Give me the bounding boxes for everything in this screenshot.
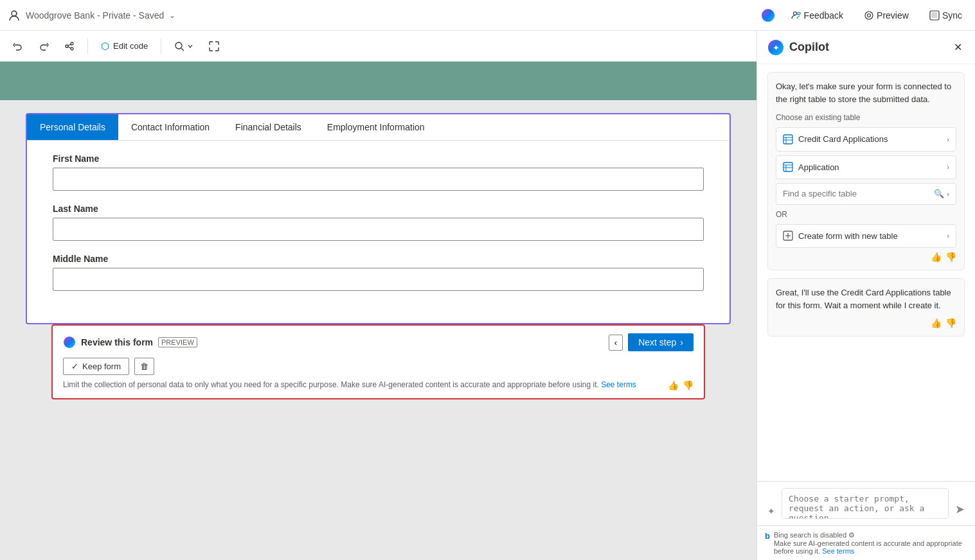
svg-point-14 xyxy=(64,337,75,348)
first-name-input[interactable] xyxy=(53,168,704,191)
bing-footer-content: Bing search is disabled ⚙ Make sure AI-g… xyxy=(774,531,967,555)
tab-contact-information[interactable]: Contact Information xyxy=(118,114,222,140)
disclaimer-text: Limit the collection of personal data to… xyxy=(63,380,668,389)
preview-icon xyxy=(864,10,874,21)
thumbs-down-button[interactable]: 👎 xyxy=(683,380,693,390)
review-bar-top: Review this form PREVIEW ‹ Next step › xyxy=(63,333,693,351)
edit-code-button[interactable]: ⬡ Edit code xyxy=(96,38,153,55)
tab-employment-information[interactable]: Employment Information xyxy=(314,114,438,140)
review-actions: ✓ Keep form 🗑 xyxy=(63,358,693,375)
canvas-scroll[interactable]: Personal Details Contact Information Fin… xyxy=(0,62,756,560)
middle-name-input[interactable] xyxy=(53,268,704,291)
thumbs-up-button[interactable]: 👍 xyxy=(668,380,679,390)
title-chevron-icon[interactable]: ⌄ xyxy=(169,11,175,20)
table-option-application[interactable]: Application › xyxy=(776,155,956,180)
checkmark-icon: ✓ xyxy=(71,362,78,371)
review-bar-left: Review this form PREVIEW xyxy=(63,336,197,349)
search-icon: 🔍 xyxy=(934,188,944,200)
svg-rect-6 xyxy=(931,12,937,18)
svg-point-4 xyxy=(868,13,871,17)
table-option-credit-card[interactable]: Credit Card Applications › xyxy=(776,127,956,152)
app-name: Woodgrove Bank xyxy=(26,10,94,21)
first-name-field: First Name xyxy=(53,153,704,191)
zoom-chevron-icon xyxy=(187,43,193,49)
review-title: Review this form xyxy=(81,337,153,347)
feedback-button[interactable]: Feedback xyxy=(786,8,848,23)
svg-text:✦: ✦ xyxy=(773,43,780,53)
msg1-thumbs-up[interactable]: 👍 xyxy=(931,252,942,262)
first-name-label: First Name xyxy=(53,153,704,164)
form-container: Personal Details Contact Information Fin… xyxy=(26,113,731,324)
sync-button[interactable]: Sync xyxy=(924,8,967,23)
bing-gear-icon[interactable]: ⚙ xyxy=(848,531,855,539)
undo-button[interactable] xyxy=(8,39,28,54)
connect-icon xyxy=(64,41,75,51)
find-table-search[interactable]: 🔍 › xyxy=(776,183,956,205)
connect-button[interactable] xyxy=(59,39,80,54)
keep-form-button[interactable]: ✓ Keep form xyxy=(63,358,129,375)
last-name-input[interactable] xyxy=(53,218,704,241)
table-grid-icon-2 xyxy=(783,162,793,172)
middle-name-label: Middle Name xyxy=(53,254,704,264)
msg2-thumbs-up[interactable]: 👍 xyxy=(931,318,942,328)
middle-name-field: Middle Name xyxy=(53,254,704,291)
delete-button[interactable]: 🗑 xyxy=(134,358,154,375)
create-new-table-option[interactable]: Create form with new table › xyxy=(776,224,956,249)
copilot-send-button[interactable]: ➤ xyxy=(953,500,967,519)
form-outer: Personal Details Contact Information Fin… xyxy=(26,113,731,399)
copilot-message-1: Okay, let's make sure your form is conne… xyxy=(767,72,965,270)
toolbar-separator2 xyxy=(161,39,161,54)
svg-point-9 xyxy=(71,48,73,50)
copilot-panel: ✦ Copilot ✕ Okay, let's make sure your f… xyxy=(756,31,975,560)
close-copilot-button[interactable]: ✕ xyxy=(951,39,965,56)
svg-line-10 xyxy=(68,44,71,46)
table-option-left-1: Credit Card Applications xyxy=(783,133,888,146)
svg-point-7 xyxy=(66,45,68,48)
table-option-left-2: Application xyxy=(783,161,839,174)
topbar: Woodgrove Bank - Private - Saved ⌄ xyxy=(0,0,975,31)
vscode-icon: ⬡ xyxy=(101,40,109,52)
app-subtitle: - Private - Saved xyxy=(97,10,164,21)
msg1-thumbs-down[interactable]: 👎 xyxy=(945,252,956,262)
create-table-label: Create form with new table xyxy=(798,230,898,243)
create-table-icon xyxy=(783,231,793,241)
bing-icon: b xyxy=(765,531,770,541)
topbar-title: Woodgrove Bank - Private - Saved xyxy=(26,10,164,21)
fullscreen-button[interactable] xyxy=(204,39,224,54)
find-table-chevron: › xyxy=(947,189,949,200)
copilot-icon[interactable] xyxy=(760,8,776,23)
find-table-input[interactable] xyxy=(783,189,934,198)
copilot-input-row: ✦ ➤ xyxy=(765,488,967,519)
feedback-people-icon xyxy=(791,10,801,21)
topbar-right: Feedback Preview Sync xyxy=(760,8,967,23)
edit-code-label: Edit code xyxy=(113,41,148,51)
create-table-chevron: › xyxy=(947,231,949,241)
bing-label: Bing search is disabled xyxy=(774,531,846,539)
copilot-sparkle-button[interactable]: ✦ xyxy=(765,503,778,519)
tab-financial-details[interactable]: Financial Details xyxy=(222,114,314,140)
user-icon xyxy=(8,9,21,22)
msg2-thumbs-down[interactable]: 👎 xyxy=(945,318,956,328)
copilot-input-area: ✦ ➤ xyxy=(757,481,975,525)
svg-rect-17 xyxy=(783,135,792,144)
table-option-name-1: Credit Card Applications xyxy=(798,133,888,146)
bing-footer: b Bing search is disabled ⚙ Make sure AI… xyxy=(757,525,975,560)
svg-line-11 xyxy=(68,47,71,48)
bing-see-terms-link[interactable]: See terms xyxy=(822,547,854,555)
zoom-button[interactable] xyxy=(169,39,199,54)
bing-footer-text: Make sure AI-generated content is accura… xyxy=(774,539,962,555)
copilot-chat-input[interactable] xyxy=(782,488,949,519)
sync-icon xyxy=(929,10,940,21)
see-terms-link[interactable]: See terms xyxy=(601,380,636,389)
fullscreen-icon xyxy=(209,41,219,51)
canvas-area: ⬡ Edit code xyxy=(0,31,756,560)
preview-button[interactable]: Preview xyxy=(859,8,914,23)
nav-prev-button[interactable]: ‹ xyxy=(609,335,623,351)
svg-rect-21 xyxy=(783,162,792,171)
next-step-label: Next step xyxy=(638,337,676,347)
next-step-button[interactable]: Next step › xyxy=(628,333,693,351)
tab-personal-details[interactable]: Personal Details xyxy=(27,114,118,140)
sync-label: Sync xyxy=(942,10,962,21)
table-option-name-2: Application xyxy=(798,161,839,174)
redo-button[interactable] xyxy=(33,39,54,54)
